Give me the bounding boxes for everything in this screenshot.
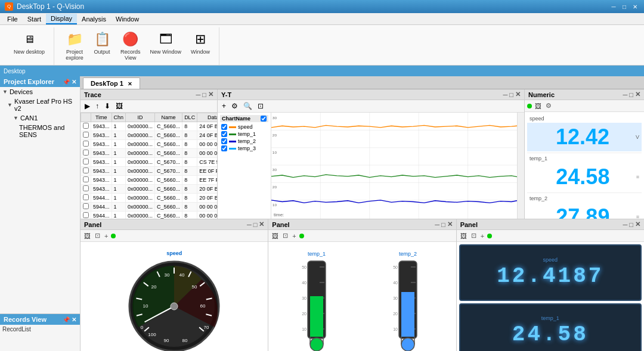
gauge-minimize[interactable]: ─ xyxy=(247,221,252,228)
row-checkbox[interactable] xyxy=(83,212,89,218)
records-view-pin[interactable]: 📌 xyxy=(63,316,70,323)
svg-text:0: 0 xyxy=(141,325,144,330)
legend-check[interactable] xyxy=(221,145,227,151)
new-desktop-button[interactable]: 🖥 New desktop xyxy=(10,29,49,57)
chart-scrollbar[interactable] xyxy=(517,113,524,219)
table-row[interactable]: 5943...10x00000...C_5670...8EE 0F F... xyxy=(81,167,218,176)
yt-add-btn[interactable]: + xyxy=(220,101,228,111)
thermo-minimize[interactable]: ─ xyxy=(435,221,439,228)
table-row[interactable]: 5943...10x00000...C_5660...800 00 0... xyxy=(81,140,218,149)
row-checkbox[interactable] xyxy=(83,132,89,138)
project-explorer-pin[interactable]: 📌 xyxy=(63,79,70,85)
table-row[interactable]: 5944...10x00000...C_5660...820 0F B... xyxy=(81,194,218,203)
digital-minimize[interactable]: ─ xyxy=(623,221,628,228)
numeric-add-btn[interactable]: ⚙ xyxy=(544,101,553,110)
trace-close[interactable]: ✕ xyxy=(208,91,213,98)
legend-check[interactable] xyxy=(221,138,227,144)
table-row[interactable]: 5943...10x00000...C_5670...8CS 7E 5... xyxy=(81,158,218,167)
digital-close[interactable]: ✕ xyxy=(635,220,640,228)
legend-check[interactable] xyxy=(261,116,267,122)
output-button[interactable]: 📋 Output xyxy=(89,29,115,57)
trace-minimize[interactable]: ─ xyxy=(196,91,201,98)
gauge-play[interactable] xyxy=(111,234,116,238)
legend-check[interactable] xyxy=(221,131,227,137)
restore-button[interactable]: □ xyxy=(620,2,628,11)
close-button[interactable]: ✕ xyxy=(631,2,639,11)
yt-fit-btn[interactable]: ⊡ xyxy=(256,101,265,111)
thermo-play[interactable] xyxy=(299,234,304,238)
numeric-minimize[interactable]: ─ xyxy=(623,91,628,98)
row-checkbox[interactable] xyxy=(83,176,89,182)
yt-maximize[interactable]: □ xyxy=(509,91,513,98)
tab-close-icon[interactable]: ✕ xyxy=(128,81,132,87)
trace-play-btn[interactable]: ▶ xyxy=(83,101,92,111)
thermo-zoom-btn[interactable]: ⊡ xyxy=(281,231,289,240)
table-row[interactable]: 5943...10x00000...C_5660...820 0F B... xyxy=(81,185,218,194)
trace-table: Time Chn ID Name DLC Data 5943...10x0000… xyxy=(80,113,217,219)
yt-zoom-btn[interactable]: 🔍 xyxy=(242,101,254,111)
legend-check[interactable] xyxy=(221,124,227,130)
trace-download-btn[interactable]: ⬇ xyxy=(103,101,112,111)
digital-add-btn[interactable]: + xyxy=(479,232,485,240)
row-checkbox[interactable] xyxy=(83,141,89,147)
tab-desktop1[interactable]: DeskTop 1 ✕ xyxy=(83,77,140,89)
menu-start[interactable]: Start xyxy=(23,14,46,24)
tree-can1[interactable]: ▼ CAN1 xyxy=(0,113,80,123)
thermo-maximize[interactable]: □ xyxy=(441,221,445,228)
gauge-image-btn[interactable]: 🖼 xyxy=(83,232,92,240)
window-button[interactable]: ⊞ Window xyxy=(187,29,214,57)
gauge-maximize[interactable]: □ xyxy=(253,221,258,228)
gauge-zoom-btn[interactable]: ⊡ xyxy=(94,231,101,240)
gauge-add-btn[interactable]: + xyxy=(103,232,109,240)
new-window-button[interactable]: 🗔 New Window xyxy=(146,29,186,57)
menu-display[interactable]: Display xyxy=(46,14,77,24)
numeric-maximize[interactable]: □ xyxy=(629,91,633,98)
thermo-image-btn[interactable]: 🖼 xyxy=(271,232,280,240)
table-row[interactable]: 5943...10x00000...C_5660...824 0F B... xyxy=(81,122,218,131)
minimize-button[interactable]: ─ xyxy=(609,2,618,11)
digital-zoom-btn[interactable]: ⊡ xyxy=(470,231,478,240)
row-checkbox[interactable] xyxy=(83,203,89,209)
yt-minimize[interactable]: ─ xyxy=(503,91,508,98)
digital-panel-title: Panel xyxy=(460,221,478,228)
table-row[interactable]: 5944...10x00000...C_5660...800 00 0... xyxy=(81,203,218,212)
digital-play[interactable] xyxy=(487,234,492,238)
temp2-scroll[interactable]: ≡ xyxy=(636,214,639,219)
thermo-add-btn[interactable]: + xyxy=(291,232,297,240)
row-checkbox[interactable] xyxy=(83,167,89,173)
table-row[interactable]: 5943...10x00000...C_5660...800 00 0... xyxy=(81,149,218,158)
table-row[interactable]: 5943...10x00000...C_5660...8EE 7F F... xyxy=(81,176,218,185)
records-view-header: Records View 📌 ✕ xyxy=(0,314,80,325)
trace-maximize[interactable]: □ xyxy=(202,91,206,98)
digital-image-btn[interactable]: 🖼 xyxy=(459,232,468,240)
menu-analysis[interactable]: Analysis xyxy=(77,14,111,24)
records-view-button[interactable]: 🔴 RecordsView xyxy=(116,29,145,63)
trace-image-btn[interactable]: 🖼 xyxy=(114,101,125,111)
gauge-close[interactable]: ✕ xyxy=(259,220,264,228)
row-checkbox[interactable] xyxy=(83,150,89,156)
numeric-image-btn[interactable]: 🖼 xyxy=(534,102,543,110)
numeric-close[interactable]: ✕ xyxy=(635,91,640,98)
menu-window[interactable]: Window xyxy=(111,14,144,24)
chart-legend: ChartName speedtemp_1temp_2temp_3 xyxy=(218,113,271,219)
yt-settings-btn[interactable]: ⚙ xyxy=(230,101,240,111)
temp1-scroll[interactable]: ≡ xyxy=(636,174,639,180)
tree-devices[interactable]: ▼ Devices xyxy=(0,87,80,97)
digital-maximize[interactable]: □ xyxy=(629,221,633,228)
project-explore-button[interactable]: 📁 Projectexplore xyxy=(61,29,88,63)
project-explorer-close[interactable]: ✕ xyxy=(72,79,76,85)
row-checkbox[interactable] xyxy=(83,194,89,200)
row-checkbox[interactable] xyxy=(83,123,89,129)
records-view-close[interactable]: ✕ xyxy=(72,316,76,323)
thermo-close[interactable]: ✕ xyxy=(447,220,453,228)
menu-file[interactable]: File xyxy=(2,14,23,24)
trace-up-btn[interactable]: ↑ xyxy=(94,101,101,111)
table-row[interactable]: 5943...10x00000...C_5660...824 0F B... xyxy=(81,131,218,140)
row-checkbox[interactable] xyxy=(83,185,89,191)
digital-temp1-value: 24.58 xyxy=(512,322,589,347)
yt-close[interactable]: ✕ xyxy=(515,91,521,98)
table-row[interactable]: 5944...10x00000...C_5660...800 00 0... xyxy=(81,212,218,219)
row-checkbox[interactable] xyxy=(83,159,89,164)
tree-kvaser[interactable]: ▼ Kvaser Leaf Pro HS v2 xyxy=(0,97,80,113)
tree-thermos[interactable]: THERMOS and SENS xyxy=(0,123,80,139)
